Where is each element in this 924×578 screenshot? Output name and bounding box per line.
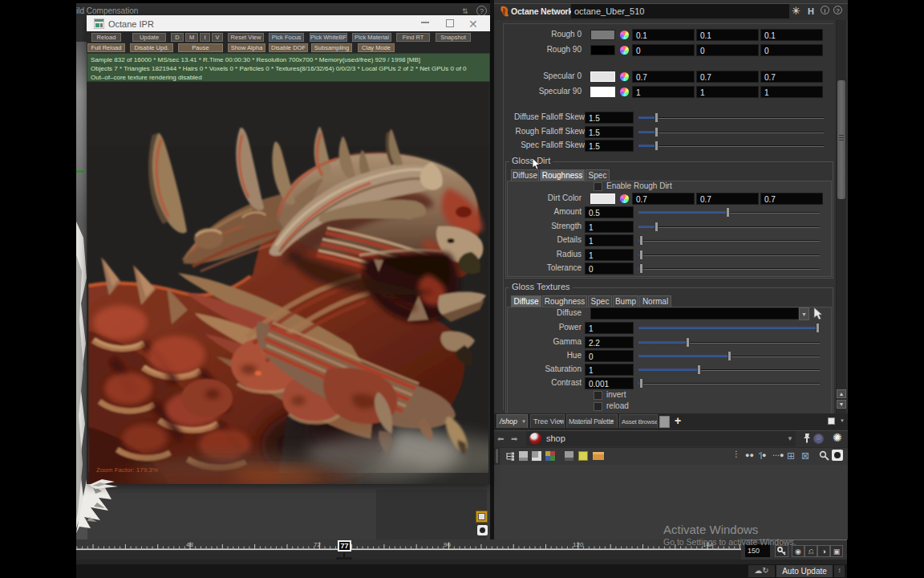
svg-text:Zoom Factor: 179.3%: Zoom Factor: 179.3% (96, 466, 158, 474)
